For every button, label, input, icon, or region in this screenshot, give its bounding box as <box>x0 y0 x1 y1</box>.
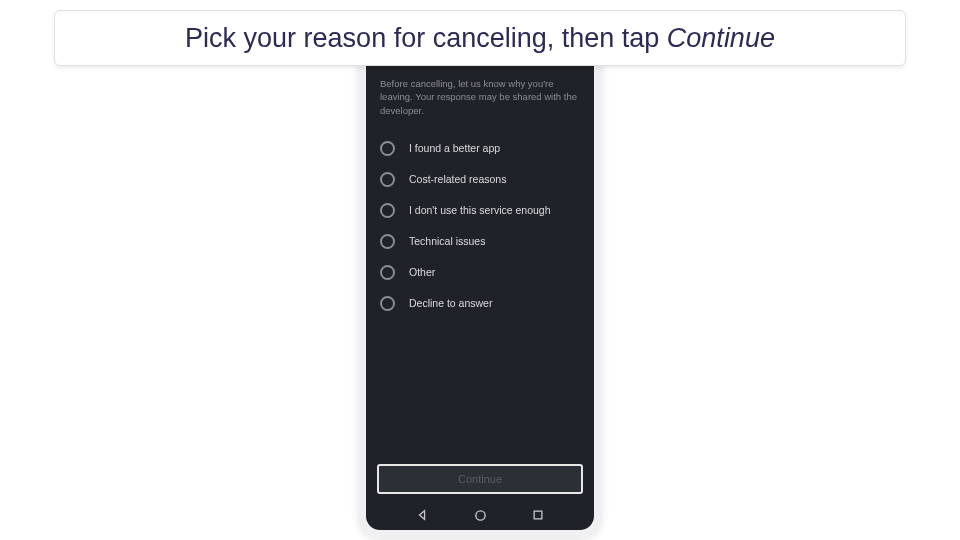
radio-icon <box>380 141 395 156</box>
reason-label: I don't use this service enough <box>409 204 551 216</box>
radio-icon <box>380 203 395 218</box>
instruction-banner: Pick your reason for canceling, then tap… <box>54 10 906 66</box>
reason-option-technical[interactable]: Technical issues <box>380 226 580 257</box>
reason-option-better-app[interactable]: I found a better app <box>380 133 580 164</box>
radio-icon <box>380 265 395 280</box>
intro-text: Before cancelling, let us know why you'r… <box>380 77 580 117</box>
reason-label: Technical issues <box>409 235 485 247</box>
svg-point-0 <box>475 510 484 519</box>
reason-label: Decline to answer <box>409 297 492 309</box>
radio-icon <box>380 234 395 249</box>
cancel-reason-form: Before cancelling, let us know why you'r… <box>366 32 594 530</box>
nav-back-icon[interactable] <box>415 508 429 522</box>
reason-label: Cost-related reasons <box>409 173 506 185</box>
svg-rect-1 <box>534 511 542 519</box>
reason-label: I found a better app <box>409 142 500 154</box>
reason-option-usage[interactable]: I don't use this service enough <box>380 195 580 226</box>
continue-button-label: Continue <box>458 473 502 485</box>
reason-option-other[interactable]: Other <box>380 257 580 288</box>
reason-option-decline[interactable]: Decline to answer <box>380 288 580 319</box>
phone-frame: Before cancelling, let us know why you'r… <box>358 24 602 538</box>
nav-recent-icon[interactable] <box>531 508 545 522</box>
instruction-text: Pick your reason for canceling, then tap… <box>185 23 775 54</box>
continue-button[interactable]: Continue <box>377 464 583 494</box>
phone-screen: Before cancelling, let us know why you'r… <box>366 32 594 530</box>
radio-icon <box>380 172 395 187</box>
reason-option-cost[interactable]: Cost-related reasons <box>380 164 580 195</box>
reason-label: Other <box>409 266 435 278</box>
radio-icon <box>380 296 395 311</box>
nav-home-icon[interactable] <box>473 508 487 522</box>
android-nav-bar <box>366 500 594 530</box>
